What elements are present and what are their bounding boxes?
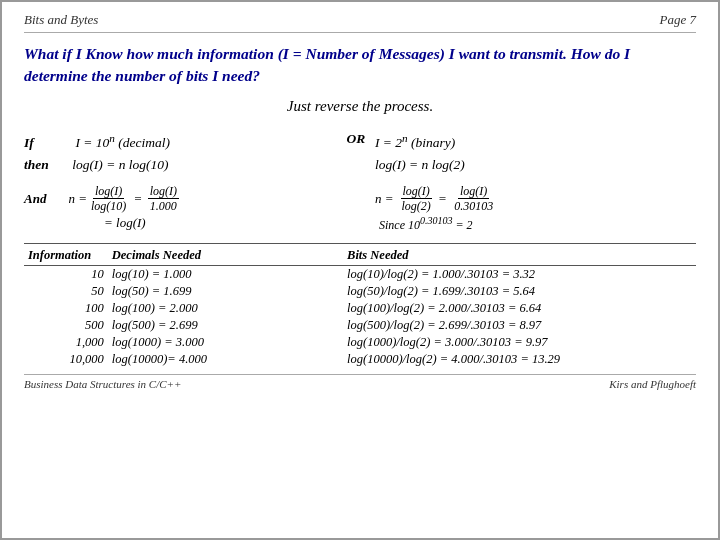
since-exp: 0.30103 bbox=[420, 215, 453, 226]
main-question: What if I Know how much information (I =… bbox=[24, 43, 696, 88]
info-table: Information Decimals Needed Bits Needed … bbox=[24, 243, 696, 368]
cell-bits-2: log(100)/log(2) = 2.000/.30103 = 6.64 bbox=[343, 300, 696, 317]
left-eq3-line: = log(I) bbox=[24, 215, 345, 231]
right-eq2: = bbox=[435, 191, 450, 207]
data-table: Information Decimals Needed Bits Needed … bbox=[24, 248, 696, 368]
table-row: 10 log(10) = 1.000 log(10)/log(2) = 1.00… bbox=[24, 266, 696, 284]
cell-info-0: 10 bbox=[24, 266, 108, 284]
right-frac1-num: log(I) bbox=[401, 184, 432, 199]
left-if-then: If I = 10n (decimal) then log(I) = n log… bbox=[24, 129, 345, 176]
subtitle: Just reverse the process. bbox=[24, 98, 696, 115]
footer-left: Business Data Structures in C/C++ bbox=[24, 378, 181, 390]
left-col: If I = 10n (decimal) then log(I) = n log… bbox=[24, 129, 345, 233]
left-then-eq: log(I) = n log(10) bbox=[65, 157, 168, 172]
cell-dec-2: log(100) = 2.000 bbox=[108, 300, 343, 317]
cell-bits-0: log(10)/log(2) = 1.000/.30103 = 3.32 bbox=[343, 266, 696, 284]
table-row: 1,000 log(1000) = 3.000 log(1000)/log(2)… bbox=[24, 334, 696, 351]
or-container: OR bbox=[345, 129, 375, 233]
table-row: 50 log(50) = 1.699 log(50)/log(2) = 1.69… bbox=[24, 283, 696, 300]
col1-header: Information bbox=[24, 248, 108, 266]
right-exp: n bbox=[402, 132, 408, 144]
cell-info-2: 100 bbox=[24, 300, 108, 317]
table-row: 10,000 log(10000)= 4.000 log(10000)/log(… bbox=[24, 351, 696, 368]
left-frac2-num: log(I) bbox=[148, 184, 179, 199]
header-page: Page 7 bbox=[660, 12, 696, 28]
cell-info-1: 50 bbox=[24, 283, 108, 300]
left-frac2-den: 1.000 bbox=[148, 199, 179, 213]
left-frac1-num: log(I) bbox=[93, 184, 124, 199]
if-then-section: If I = 10n (decimal) then log(I) = n log… bbox=[24, 129, 696, 233]
if-label: If bbox=[24, 132, 62, 154]
col3-header: Bits Needed bbox=[343, 248, 696, 266]
since-line: Since 100.30103 = 2 bbox=[375, 215, 696, 233]
table-body: 10 log(10) = 1.000 log(10)/log(2) = 1.00… bbox=[24, 266, 696, 369]
cell-bits-3: log(500)/log(2) = 2.699/.30103 = 8.97 bbox=[343, 317, 696, 334]
left-frac2: log(I) 1.000 bbox=[148, 184, 179, 214]
footer-bar: Business Data Structures in C/C++ Kirs a… bbox=[24, 374, 696, 390]
and-row-right: n = log(I) log(2) = log(I) 0.30103 bbox=[375, 184, 696, 214]
and-row-left: And n = log(I) log(10) = log(I) 1.000 bbox=[24, 184, 345, 214]
cell-dec-1: log(50) = 1.699 bbox=[108, 283, 343, 300]
cell-bits-1: log(50)/log(2) = 1.699/.30103 = 5.64 bbox=[343, 283, 696, 300]
left-frac1: log(I) log(10) bbox=[89, 184, 128, 214]
cell-dec-0: log(10) = 1.000 bbox=[108, 266, 343, 284]
and-n-eq-right: n = bbox=[375, 191, 394, 207]
cell-dec-4: log(1000) = 3.000 bbox=[108, 334, 343, 351]
right-if-eq: I = 2n (binary) bbox=[375, 135, 455, 150]
table-row: 100 log(100) = 2.000 log(100)/log(2) = 2… bbox=[24, 300, 696, 317]
cell-bits-5: log(10000)/log(2) = 4.000/.30103 = 13.29 bbox=[343, 351, 696, 368]
footer-right: Kirs and Pflughoeft bbox=[609, 378, 696, 390]
right-frac2: log(I) 0.30103 bbox=[452, 184, 495, 214]
table-header-row: Information Decimals Needed Bits Needed bbox=[24, 248, 696, 266]
header-title: Bits and Bytes bbox=[24, 12, 98, 28]
and-label-left: And bbox=[24, 191, 62, 207]
right-frac1-den: log(2) bbox=[400, 199, 433, 213]
cell-info-4: 1,000 bbox=[24, 334, 108, 351]
col2-header: Decimals Needed bbox=[108, 248, 343, 266]
and-n-eq-left: n = bbox=[62, 191, 87, 207]
right-if-then: I = 2n (binary) log(I) = n log(2) bbox=[375, 129, 696, 176]
page-container: Bits and Bytes Page 7 What if I Know how… bbox=[0, 0, 720, 540]
left-if-eq: I = 10n (decimal) bbox=[65, 135, 170, 150]
or-label: OR bbox=[347, 131, 366, 147]
cell-info-5: 10,000 bbox=[24, 351, 108, 368]
left-exp: n bbox=[109, 132, 115, 144]
left-eq2: = bbox=[130, 191, 145, 207]
right-frac2-den: 0.30103 bbox=[452, 199, 495, 213]
cell-dec-5: log(10000)= 4.000 bbox=[108, 351, 343, 368]
header-bar: Bits and Bytes Page 7 bbox=[24, 12, 696, 33]
cell-dec-3: log(500) = 2.699 bbox=[108, 317, 343, 334]
left-frac1-den: log(10) bbox=[89, 199, 128, 213]
table-row: 500 log(500) = 2.699 log(500)/log(2) = 2… bbox=[24, 317, 696, 334]
cell-bits-4: log(1000)/log(2) = 3.000/.30103 = 9.97 bbox=[343, 334, 696, 351]
right-col: I = 2n (binary) log(I) = n log(2) n = lo… bbox=[375, 129, 696, 233]
cell-info-3: 500 bbox=[24, 317, 108, 334]
right-frac1: log(I) log(2) bbox=[400, 184, 433, 214]
right-then-eq: log(I) = n log(2) bbox=[375, 157, 465, 172]
right-frac2-num: log(I) bbox=[458, 184, 489, 199]
then-label: then bbox=[24, 154, 62, 176]
